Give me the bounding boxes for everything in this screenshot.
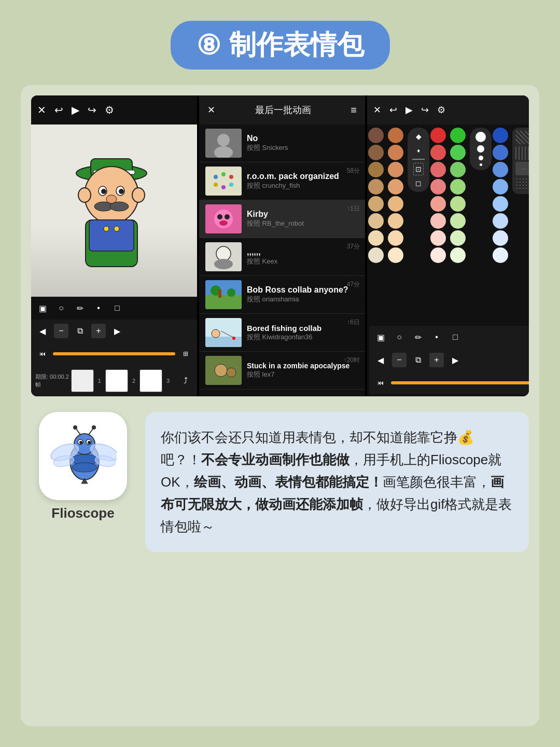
close-icon[interactable]: ✕ [37,104,46,116]
list-item[interactable]: 47分 Bob Ross collab anyone? 按照 oriansham… [199,276,365,314]
export-icon[interactable]: ⤴ [178,374,193,388]
color-swatch[interactable] [493,145,508,160]
plus-r[interactable]: + [429,353,444,367]
color-swatch[interactable] [430,179,446,195]
redo-icon-right[interactable]: ↪ [421,104,429,116]
plus-btn[interactable]: + [91,324,106,338]
list-item[interactable]: ↑20时 Stuck in a zombie apocalypse 按照 lex… [199,352,365,390]
minus-btn[interactable]: − [54,324,68,338]
pen-tool[interactable]: ✏ [73,301,87,315]
size-small[interactable] [479,156,483,160]
square-tool[interactable]: □ [110,301,124,315]
size-large[interactable] [475,132,486,142]
fill-tool[interactable]: ⬧ [415,144,422,156]
color-swatch[interactable] [493,162,508,177]
pattern-4[interactable] [515,177,529,191]
close-icon-right[interactable]: ✕ [373,104,381,116]
redo-icon[interactable]: ↪ [88,104,96,116]
color-swatch[interactable] [388,230,403,246]
minus-r[interactable]: − [392,353,407,367]
close-icon-mid[interactable]: ✕ [207,104,215,116]
color-swatch[interactable] [388,145,403,160]
color-swatch[interactable] [368,230,384,246]
play-icon-right[interactable]: ▶ [405,104,413,116]
list-item[interactable]: No 按照 Snickers [199,125,365,162]
color-swatch[interactable] [368,179,384,195]
next-r[interactable]: ▶ [448,353,463,367]
color-swatch[interactable] [450,196,466,212]
play-icon[interactable]: ▶ [72,104,79,116]
color-swatch[interactable] [450,179,466,195]
color-swatch[interactable] [430,128,446,143]
pen-btn-r[interactable]: ✏ [411,330,425,344]
color-swatch[interactable] [388,128,403,143]
color-swatch[interactable] [430,247,446,263]
sq-btn-r[interactable]: □ [448,330,463,344]
color-swatch[interactable] [368,128,384,143]
color-swatch[interactable] [430,196,446,212]
layer-btn-r[interactable]: ▣ [373,330,388,344]
color-swatch[interactable] [388,213,403,229]
color-swatch[interactable] [368,145,384,160]
color-swatch[interactable] [430,213,446,229]
drawing-canvas[interactable] [31,125,197,297]
color-swatch[interactable] [493,247,508,263]
color-swatch[interactable] [388,247,403,263]
size-tiny[interactable] [480,163,482,166]
next-frame[interactable]: ▶ [110,324,124,338]
layer-icon[interactable]: ▣ [35,301,50,315]
color-swatch[interactable] [450,213,466,229]
color-swatch[interactable] [430,145,446,160]
seek-back-r[interactable]: ⏮ [373,376,388,390]
frame-3[interactable] [139,369,162,392]
color-swatch[interactable] [368,213,384,229]
prev-r[interactable]: ◀ [373,353,388,367]
color-swatch[interactable] [450,247,466,263]
frame-2[interactable] [105,369,128,392]
color-swatch[interactable] [493,128,508,143]
color-swatch[interactable] [493,196,508,212]
color-swatch[interactable] [493,179,508,195]
eraser-tool[interactable]: ◻ [414,177,423,189]
circle-tool[interactable]: ○ [54,301,68,315]
menu-icon[interactable]: ≡ [351,104,357,116]
frame-1[interactable] [71,369,94,392]
undo-icon-right[interactable]: ↩ [389,104,397,116]
settings-icon-right[interactable]: ⚙ [437,104,445,116]
color-swatch[interactable] [450,128,466,143]
copy-frame[interactable]: ⧉ [73,324,87,338]
undo-icon[interactable]: ↩ [54,104,63,116]
size-medium[interactable] [477,145,484,153]
brush-tool-1[interactable]: ◆ [414,131,423,142]
color-swatch[interactable] [430,230,446,246]
list-item[interactable]: 37分 ,,,,,, 按照 Keex [199,238,365,276]
list-item[interactable]: ↑6日 Bored fishing collab 按照 Kiwidragonfa… [199,314,365,352]
pattern-3[interactable]: ··· [515,162,529,175]
timeline-slider[interactable] [53,352,175,355]
color-swatch[interactable] [493,213,508,229]
seek-back[interactable]: ⏮ [35,347,50,361]
color-swatch[interactable] [368,247,384,263]
select-tool[interactable]: ⊡ [413,163,424,175]
color-swatch[interactable] [368,196,384,212]
color-swatch[interactable] [450,145,466,160]
list-item[interactable]: ↑1日 Kirby 按照 RB_the_robot [199,200,365,238]
settings-icon[interactable]: ⚙ [105,104,114,116]
color-swatch[interactable] [450,230,466,246]
end-btn[interactable]: ⊞ [178,347,193,361]
pattern-2[interactable] [515,146,529,160]
color-swatch[interactable] [388,162,403,177]
prev-frame[interactable]: ◀ [35,324,50,338]
color-swatch[interactable] [368,162,384,177]
color-swatch[interactable] [388,196,403,212]
dot-tool[interactable]: • [91,301,106,315]
dot-btn-r[interactable]: • [429,330,444,344]
pattern-1[interactable] [515,131,529,144]
copy-r[interactable]: ⧉ [411,353,425,367]
color-swatch[interactable] [450,162,466,177]
timeline-slider-r[interactable] [391,381,529,384]
color-swatch[interactable] [388,179,403,195]
color-swatch[interactable] [493,230,508,246]
list-item[interactable]: 58分 r.o.o.m. pack organized 按照 crunchy_f… [199,162,365,200]
color-swatch[interactable] [430,162,446,177]
